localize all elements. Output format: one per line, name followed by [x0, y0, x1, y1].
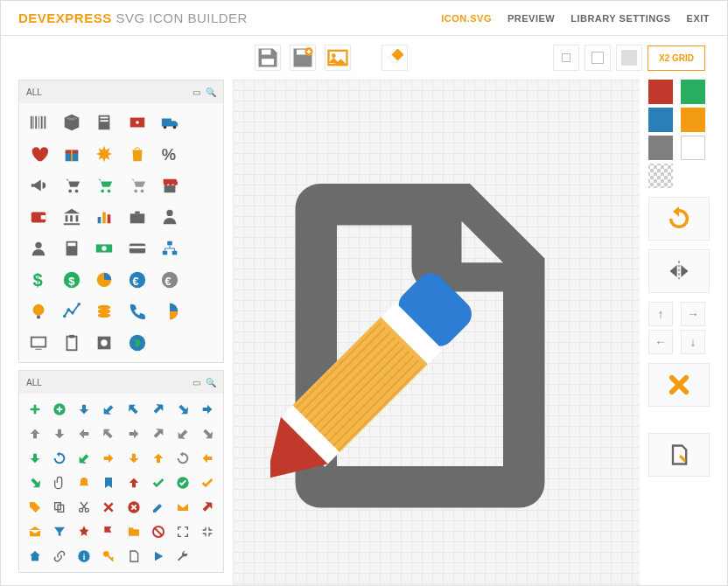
- size-medium-button[interactable]: [584, 45, 611, 71]
- dollar-circle-icon[interactable]: $: [56, 264, 88, 296]
- play-icon[interactable]: [146, 544, 171, 569]
- globe-icon[interactable]: [122, 327, 153, 359]
- arrow-up-gray-icon[interactable]: [23, 422, 47, 446]
- rotate-button[interactable]: [648, 197, 710, 241]
- swatch-gray[interactable]: [648, 136, 673, 160]
- eraser-button[interactable]: [382, 45, 408, 71]
- collapse-icon[interactable]: [195, 520, 220, 544]
- swatch-red[interactable]: [648, 80, 673, 104]
- manager-icon[interactable]: [154, 201, 186, 233]
- swatch-transparent[interactable]: [648, 164, 673, 188]
- check-green-icon[interactable]: [146, 471, 171, 495]
- arrow-dr-gray-icon[interactable]: [195, 422, 220, 446]
- pin-icon[interactable]: [72, 520, 96, 544]
- fullscreen-icon[interactable]: [171, 520, 195, 544]
- edit-document-button[interactable]: [648, 433, 710, 477]
- folder-icon[interactable]: [122, 520, 146, 544]
- arrow-dr-blue-icon[interactable]: [171, 397, 195, 422]
- arrow-right-blue-icon[interactable]: [195, 397, 220, 422]
- nav-library-settings[interactable]: LIBRARY SETTINGS: [570, 13, 670, 24]
- arrow-left-orange-icon[interactable]: [195, 446, 220, 471]
- home-icon[interactable]: [23, 544, 47, 569]
- user-icon[interactable]: [23, 233, 54, 264]
- euro-icon[interactable]: €: [122, 264, 153, 296]
- flip-button[interactable]: [648, 249, 710, 293]
- save-button[interactable]: [255, 45, 281, 71]
- link-icon[interactable]: [47, 544, 72, 569]
- bar-chart-icon[interactable]: [88, 201, 120, 233]
- check-orange-icon[interactable]: [195, 471, 220, 495]
- cash-icon[interactable]: [88, 233, 120, 264]
- flag-icon[interactable]: [96, 520, 121, 544]
- clipboard-icon[interactable]: [56, 327, 88, 359]
- grid-scale-button[interactable]: X2 GRID: [648, 45, 705, 71]
- tag-icon[interactable]: [23, 495, 47, 520]
- wallet-icon[interactable]: [23, 201, 54, 233]
- arrow-right-orange-icon[interactable]: [96, 446, 121, 471]
- ticket-icon[interactable]: [122, 107, 153, 138]
- arrow-down-orange-icon[interactable]: [122, 446, 146, 471]
- funnel-icon[interactable]: [47, 520, 72, 544]
- nav-preview[interactable]: PREVIEW: [508, 13, 555, 24]
- refresh-gray-icon[interactable]: [171, 446, 195, 471]
- arrow-left-gray-icon[interactable]: [72, 422, 96, 446]
- cart-gray-icon[interactable]: [122, 170, 153, 201]
- bank-icon[interactable]: [56, 201, 88, 233]
- pie-chart-icon[interactable]: [154, 296, 186, 327]
- check-circle-icon[interactable]: [171, 471, 195, 495]
- bulb-icon[interactable]: [23, 296, 54, 327]
- plus-icon[interactable]: [23, 397, 47, 422]
- box-icon[interactable]: [56, 107, 88, 138]
- nudge-left[interactable]: ←: [648, 330, 673, 354]
- refresh-blue-icon[interactable]: [47, 446, 72, 471]
- arrow-dl-gray-icon[interactable]: [171, 422, 195, 446]
- arrow-down-blue-icon[interactable]: [72, 397, 96, 422]
- nudge-down[interactable]: ↓: [681, 330, 705, 354]
- calculator-icon[interactable]: [56, 233, 88, 264]
- heart-icon[interactable]: [23, 138, 54, 170]
- edit-icon[interactable]: [146, 495, 171, 520]
- attach-icon[interactable]: [47, 471, 72, 495]
- info-icon[interactable]: i: [72, 544, 96, 569]
- gift-icon[interactable]: [56, 138, 88, 170]
- nav-exit[interactable]: EXIT: [687, 13, 710, 24]
- key-icon[interactable]: [96, 544, 121, 569]
- arrow-ur-blue-icon[interactable]: [146, 397, 171, 422]
- barcode-icon[interactable]: [23, 107, 54, 138]
- size-large-button[interactable]: [616, 45, 642, 71]
- coins-icon[interactable]: [88, 296, 120, 327]
- swatch-orange[interactable]: [681, 108, 705, 132]
- swatch-white[interactable]: [681, 136, 705, 160]
- copy-icon[interactable]: [47, 495, 72, 520]
- cart-icon[interactable]: [56, 170, 88, 201]
- bell-icon[interactable]: [72, 471, 96, 495]
- percent-icon[interactable]: %: [154, 138, 186, 170]
- lib1-filter-icon[interactable]: ▭: [192, 87, 200, 97]
- image-button[interactable]: [325, 45, 351, 71]
- lib2-search-icon[interactable]: 🔍: [206, 378, 216, 387]
- server-icon[interactable]: [88, 107, 120, 138]
- size-small-button[interactable]: [553, 45, 579, 71]
- arrow-up-orange-icon[interactable]: [146, 446, 171, 471]
- mail-open-icon[interactable]: [23, 520, 47, 544]
- cart-green-icon[interactable]: [88, 170, 120, 201]
- forbidden-icon[interactable]: [146, 520, 171, 544]
- nav-icon-svg[interactable]: ICON.SVG: [441, 13, 492, 24]
- arrow-ur-red-icon[interactable]: [195, 495, 220, 520]
- line-chart-icon[interactable]: [56, 296, 88, 327]
- dollar-icon[interactable]: $: [23, 264, 54, 296]
- x-circle-icon[interactable]: [122, 495, 146, 520]
- nudge-up[interactable]: ↑: [648, 302, 673, 326]
- bag-icon[interactable]: [122, 138, 153, 170]
- arrow-ul-blue-icon[interactable]: [122, 397, 146, 422]
- credit-card-icon[interactable]: [122, 233, 153, 264]
- screen-icon[interactable]: [23, 327, 54, 359]
- doc-icon[interactable]: [122, 544, 146, 569]
- safe-icon[interactable]: [88, 327, 120, 359]
- arrow-ul-gray-icon[interactable]: [96, 422, 121, 446]
- save-as-button[interactable]: [290, 45, 316, 71]
- plus-circle-icon[interactable]: [47, 397, 72, 422]
- briefcase-icon[interactable]: [122, 201, 153, 233]
- nudge-right[interactable]: →: [681, 302, 705, 326]
- x-red-icon[interactable]: [96, 495, 121, 520]
